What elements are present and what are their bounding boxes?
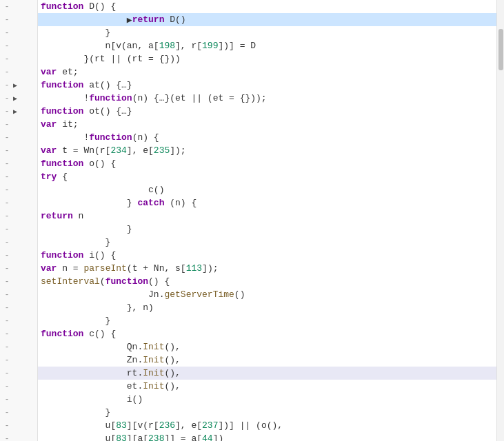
gutter-row: -	[0, 131, 37, 144]
code-line: i()	[38, 393, 496, 406]
gutter-minus-icon: -	[3, 198, 11, 208]
gutter-minus-icon: -	[3, 238, 11, 247]
gutter-row: -	[0, 209, 37, 223]
gutter-minus-icon: -	[3, 94, 11, 103]
gutter-row: -	[0, 432, 37, 441]
gutter-minus-icon: -	[3, 290, 11, 300]
gutter-minus-icon: -	[3, 28, 11, 38]
code-line: function o() {	[38, 157, 496, 170]
gutter-minus-icon: -	[3, 369, 11, 378]
gutter-minus-icon: -	[3, 382, 11, 391]
gutter-row: -	[0, 314, 37, 327]
gutter-minus-icon: -	[3, 264, 11, 274]
gutter-minus-icon: -	[3, 251, 11, 260]
code-line: n[v(an, a[198], r[199])] = D	[38, 39, 496, 52]
scrollbar[interactable]	[496, 0, 504, 441]
code-line: rt.Init(),	[38, 367, 496, 380]
gutter-row: -	[0, 262, 37, 275]
gutter-row: -	[0, 39, 37, 52]
code-line: var t = Wn(r[234], e[235]);	[38, 144, 496, 157]
gutter-minus-icon: -	[3, 133, 11, 143]
code-line: Zn.Init(),	[38, 353, 496, 367]
collapse-arrow-icon[interactable]: ▶	[11, 94, 19, 103]
code-line: c()	[38, 183, 496, 196]
gutter-row: -	[0, 223, 37, 236]
code-line: u[83][a[238]] = a[44])	[38, 432, 496, 441]
gutter-minus-icon: -	[3, 107, 11, 116]
line-gutter: -------▶-▶-▶---------------------------2	[0, 0, 38, 441]
gutter-row: -	[0, 144, 37, 157]
gutter-minus-icon: -	[3, 15, 11, 25]
gutter-minus-icon: -	[3, 395, 11, 404]
scrollbar-thumb[interactable]	[498, 29, 503, 70]
gutter-minus-icon: -	[3, 54, 11, 64]
gutter-minus-icon: -	[3, 81, 11, 90]
gutter-row: -	[0, 288, 37, 301]
gutter-minus-icon: -	[3, 120, 11, 130]
gutter-row: -	[0, 183, 37, 196]
gutter-minus-icon: -	[3, 225, 11, 234]
collapse-arrow-icon[interactable]: ▶	[11, 81, 19, 90]
code-line: var et;	[38, 65, 496, 79]
gutter-minus-icon: -	[3, 146, 11, 156]
gutter-row: -▶	[0, 105, 37, 118]
gutter-row: -	[0, 170, 37, 183]
code-line: var it;	[38, 118, 496, 131]
code-area[interactable]: function D() { ▶return D() } n[v(an, a[1…	[38, 0, 496, 441]
editor-container: -------▶-▶-▶---------------------------2…	[0, 0, 504, 441]
gutter-row: -	[0, 301, 37, 314]
code-line: function c() {	[38, 327, 496, 340]
gutter-minus-icon: -	[3, 356, 11, 365]
gutter-minus-icon: -	[3, 342, 11, 352]
gutter-minus-icon: -	[3, 159, 11, 169]
code-line: !function(n) {	[38, 131, 496, 144]
gutter-minus-icon: -	[3, 316, 11, 326]
code-line: setInterval(function() {	[38, 275, 496, 288]
gutter-row: -	[0, 196, 37, 209]
gutter-minus-icon: -	[3, 68, 11, 77]
code-line: function at() {…}	[38, 79, 496, 92]
code-line: Jn.getServerTime()	[38, 288, 496, 301]
gutter-minus-icon: -	[3, 421, 11, 431]
gutter-row: -	[0, 367, 37, 380]
gutter-row: -▶	[0, 79, 37, 92]
code-line: Qn.Init(),	[38, 340, 496, 353]
code-line: }	[38, 314, 496, 327]
collapse-arrow-icon[interactable]: ▶	[11, 107, 19, 116]
code-line: try {	[38, 170, 496, 183]
gutter-minus-icon: -	[3, 212, 11, 221]
code-line: u[83][v(r[236], e[237])] || (o(),	[38, 419, 496, 432]
gutter-row: -	[0, 275, 37, 288]
gutter-row: -	[0, 327, 37, 340]
code-line: }	[38, 406, 496, 419]
code-line: }, n)	[38, 301, 496, 314]
gutter-minus-icon: -	[3, 172, 11, 182]
gutter-row: -	[0, 393, 37, 406]
gutter-row: -	[0, 65, 37, 79]
code-line: function D() {	[38, 0, 496, 13]
gutter-row: -	[0, 340, 37, 353]
gutter-minus-icon: -	[3, 277, 11, 287]
gutter-minus-icon: -	[3, 329, 11, 339]
gutter-row: -	[0, 13, 37, 26]
code-line: } catch (n) {	[38, 196, 496, 209]
gutter-row: -	[0, 236, 37, 249]
code-line: }(rt || (rt = {}))	[38, 52, 496, 65]
code-line: }	[38, 26, 496, 39]
gutter-row: -	[0, 157, 37, 170]
gutter-minus-icon: -	[3, 185, 11, 195]
code-line: }	[38, 236, 496, 249]
gutter-row: -	[0, 406, 37, 419]
gutter-row: -	[0, 249, 37, 262]
gutter-minus-icon: -	[3, 408, 11, 418]
code-line: var n = parseInt(t + Nn, s[113]);	[38, 262, 496, 275]
gutter-row: -	[0, 26, 37, 39]
code-line: }	[38, 223, 496, 236]
gutter-row: -	[0, 419, 37, 432]
gutter-row: -	[0, 52, 37, 65]
code-line: ▶return D()	[38, 13, 496, 26]
code-line: et.Init(),	[38, 380, 496, 393]
gutter-minus-icon: -	[3, 434, 11, 442]
gutter-row: -	[0, 353, 37, 367]
code-line: !function(n) {…}(et || (et = {}));	[38, 92, 496, 105]
